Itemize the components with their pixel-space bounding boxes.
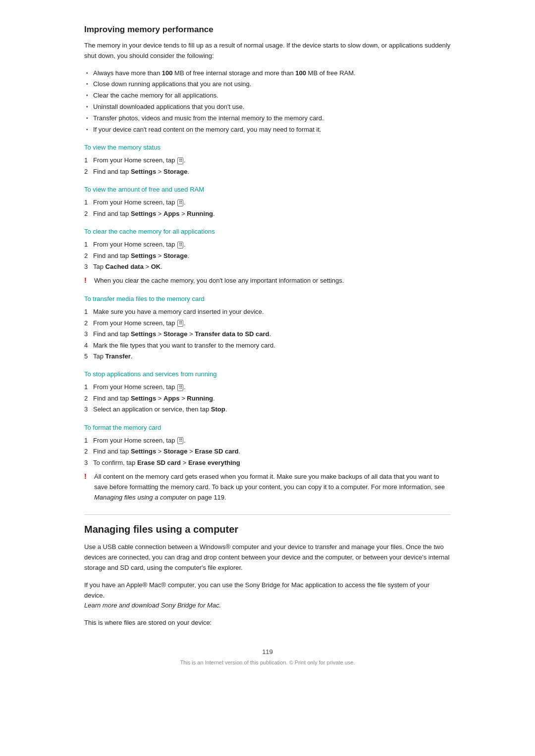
step-item: 1From your Home screen, tap ⠿. (84, 435, 451, 446)
page-number: 119 (84, 648, 451, 655)
step-item: 1From your Home screen, tap ⠿. (84, 197, 451, 207)
subsection-stop-apps: To stop applications and services from r… (84, 370, 451, 414)
managing-para-3: This is where files are stored on your d… (84, 618, 451, 628)
section-divider (84, 514, 451, 515)
steps-list: 1From your Home screen, tap ⠿. 2Find and… (84, 197, 451, 219)
steps-list: 1From your Home screen, tap ⠿. 2Find and… (84, 435, 451, 468)
subsection-view-memory-status: To view the memory status 1From your Hom… (84, 144, 451, 177)
intro-paragraph: The memory in your device tends to fill … (84, 41, 451, 61)
list-item: Clear the cache memory for all applicati… (84, 91, 451, 101)
step-item: 1Make sure you have a memory card insert… (84, 306, 451, 317)
warning-icon: ! (84, 276, 91, 284)
note-text: When you clear the cache memory, you don… (94, 276, 344, 286)
subsection-title-view-memory: To view the memory status (84, 144, 451, 151)
subsection-title-format-card: To format the memory card (84, 424, 451, 431)
note-format-card: ! All content on the memory card gets er… (84, 472, 451, 503)
step-item: 3Select an application or service, then … (84, 404, 451, 414)
note-text: All content on the memory card gets eras… (94, 472, 451, 503)
note-clear-cache: ! When you clear the cache memory, you d… (84, 276, 451, 286)
list-item: Close down running applications that you… (84, 79, 451, 90)
section-improving-memory: Improving memory performance The memory … (84, 25, 451, 503)
step-item: 2Find and tap Settings > Apps > Running. (84, 208, 451, 219)
step-item: 5Tap Transfer. (84, 351, 451, 361)
steps-list: 1From your Home screen, tap ⠿. 2Find and… (84, 239, 451, 272)
step-item: 3Tap Cached data > OK. (84, 261, 451, 272)
subsection-title-stop-apps: To stop applications and services from r… (84, 370, 451, 378)
step-item: 2From your Home screen, tap ⠿. (84, 318, 451, 328)
subsection-title-view-ram: To view the amount of free and used RAM (84, 186, 451, 193)
subsection-title-transfer-media: To transfer media files to the memory ca… (84, 295, 451, 302)
step-item: 2Find and tap Settings > Storage. (84, 251, 451, 261)
step-item: 3To confirm, tap Erase SD card > Erase e… (84, 457, 451, 468)
list-item: If your device can't read content on the… (84, 125, 451, 135)
warning-icon: ! (84, 472, 91, 480)
managing-para-1: Use a USB cable connection between a Win… (84, 542, 451, 573)
page-content: Improving memory performance The memory … (74, 0, 461, 695)
list-item: Always have more than 100 MB of free int… (84, 68, 451, 79)
list-item: Transfer photos, videos and music from t… (84, 113, 451, 124)
section-managing-files: Managing files using a computer Use a US… (84, 524, 451, 628)
page-footer: 119 This is an Internet version of this … (84, 648, 451, 665)
list-item: Uninstall downloaded applications that y… (84, 102, 451, 112)
steps-list: 1Make sure you have a memory card insert… (84, 306, 451, 361)
step-item: 4Mark the file types that you want to tr… (84, 340, 451, 351)
step-item: 2Find and tap Settings > Apps > Running. (84, 393, 451, 403)
subsection-view-ram: To view the amount of free and used RAM … (84, 186, 451, 219)
steps-list: 1From your Home screen, tap ⠿. 2Find and… (84, 155, 451, 177)
step-item: 2Find and tap Settings > Storage. (84, 166, 451, 177)
footer-note: This is an Internet version of this publ… (84, 659, 451, 665)
subsection-title-clear-cache: To clear the cache memory for all applic… (84, 228, 451, 235)
steps-list: 1From your Home screen, tap ⠿. 2Find and… (84, 382, 451, 414)
step-item: 3Find and tap Settings > Storage > Trans… (84, 329, 451, 339)
section-title-managing: Managing files using a computer (84, 524, 451, 535)
subsection-clear-cache: To clear the cache memory for all applic… (84, 228, 451, 286)
step-item: 2Find and tap Settings > Storage > Erase… (84, 446, 451, 456)
subsection-transfer-media: To transfer media files to the memory ca… (84, 295, 451, 361)
step-item: 1From your Home screen, tap ⠿. (84, 382, 451, 392)
step-item: 1From your Home screen, tap ⠿. (84, 239, 451, 250)
managing-para-2: If you have an Apple® Mac® computer, you… (84, 580, 451, 611)
subsection-format-card: To format the memory card 1From your Hom… (84, 424, 451, 503)
bullet-list: Always have more than 100 MB of free int… (84, 68, 451, 135)
step-item: 1From your Home screen, tap ⠿. (84, 155, 451, 165)
section-title-improving: Improving memory performance (84, 25, 451, 35)
